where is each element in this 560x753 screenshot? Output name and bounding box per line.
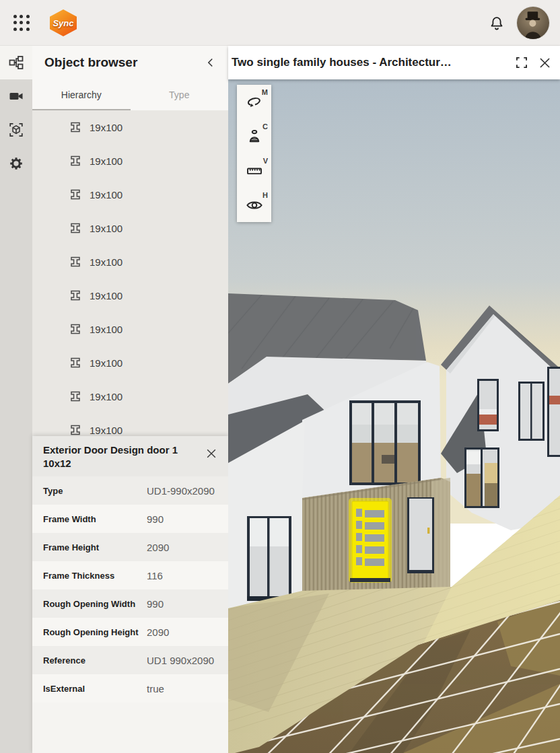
- left-toolbar: [0, 46, 32, 753]
- notifications-bell-icon[interactable]: [489, 15, 505, 31]
- sidebar-item-model-tree[interactable]: [0, 46, 32, 79]
- close-icon: [207, 450, 215, 458]
- object-list-item[interactable]: 19x100: [32, 211, 228, 245]
- object-list-item[interactable]: 19x100: [32, 144, 228, 178]
- property-row: Frame Width 990: [32, 505, 228, 533]
- beam-profile-icon: [69, 356, 82, 369]
- camera-icon: [8, 88, 24, 104]
- object-list-item-label: 19x100: [90, 189, 123, 201]
- property-row: Reference UD1 990x2090: [32, 646, 228, 674]
- beam-profile-icon: [69, 390, 82, 403]
- properties-rows: Type UD1-990x2090 Frame Width 990 Frame …: [32, 476, 228, 703]
- walk-mode-button[interactable]: C: [237, 119, 271, 153]
- 3d-scene-area: M C V: [228, 79, 560, 753]
- property-label: Reference: [43, 655, 147, 666]
- property-value: 2090: [147, 542, 169, 553]
- window-left: [247, 516, 291, 601]
- object-list-item-label: 19x100: [90, 155, 123, 167]
- sync-logo-text: Sync: [53, 18, 73, 28]
- object-list-item[interactable]: 19x100: [32, 346, 228, 380]
- object-list-item-label: 19x100: [90, 256, 123, 268]
- sidebar-item-settings[interactable]: [0, 147, 32, 180]
- object-browser-header: Object browser: [32, 46, 228, 79]
- white-door: [407, 497, 434, 573]
- object-list-item-label: 19x100: [90, 357, 123, 369]
- beam-profile-icon: [69, 255, 82, 268]
- property-label: Frame Height: [43, 542, 147, 552]
- property-row: Frame Height 2090: [32, 533, 228, 561]
- orbit-icon: [246, 94, 263, 111]
- cube-scan-icon: [8, 122, 24, 138]
- property-label: IsExternal: [43, 684, 147, 694]
- chevron-left-icon: [209, 59, 212, 67]
- properties-header: Exterior Door Design door 1 10x12: [32, 436, 228, 476]
- property-value: 116: [147, 570, 163, 581]
- property-row: IsExternal true: [32, 674, 228, 703]
- object-browser-tabs: Hierarchy Type: [32, 79, 228, 110]
- object-list-item-label: 19x100: [90, 122, 123, 133]
- selected-door[interactable]: [350, 500, 390, 582]
- sidebar-item-3d-objects[interactable]: [0, 113, 32, 147]
- object-list-item-label: 19x100: [90, 290, 123, 301]
- object-list-item[interactable]: 19x100: [32, 245, 228, 279]
- properties-panel: Exterior Door Design door 1 10x12 Type U…: [32, 436, 228, 753]
- property-label: Frame Thickness: [43, 571, 147, 581]
- hierarchy-icon: [8, 55, 24, 71]
- property-value: UD1-990x2090: [147, 485, 215, 497]
- orbit-mode-button[interactable]: M: [237, 85, 271, 119]
- property-row: Frame Thickness 116: [32, 561, 228, 589]
- object-list-item[interactable]: 19x100: [32, 312, 228, 346]
- property-row: Type UD1-990x2090: [32, 476, 228, 505]
- top-bar: Sync: [0, 0, 560, 46]
- sidebar-item-views[interactable]: [0, 79, 32, 113]
- property-row: Rough Opening Height 2090: [32, 618, 228, 646]
- property-label: Type: [43, 486, 147, 496]
- sync-logo[interactable]: Sync: [50, 9, 77, 36]
- property-value: 2090: [147, 626, 169, 638]
- window-centre: [349, 400, 421, 485]
- close-properties-button[interactable]: [201, 443, 221, 464]
- property-label: Rough Opening Height: [43, 627, 147, 637]
- beam-profile-icon: [69, 221, 82, 235]
- person-icon: [246, 128, 263, 145]
- tab-type[interactable]: Type: [131, 79, 229, 110]
- app-grid-icon[interactable]: [12, 13, 31, 32]
- eye-icon: [246, 196, 263, 214]
- beam-profile-icon: [69, 154, 82, 168]
- beam-profile-icon: [69, 120, 82, 134]
- object-list-item-label: 19x100: [90, 223, 123, 234]
- close-icon: [540, 58, 549, 67]
- object-list-item[interactable]: 19x100: [32, 380, 228, 413]
- fullscreen-icon: [517, 58, 526, 67]
- property-label: Rough Opening Width: [43, 599, 147, 609]
- measure-button[interactable]: V: [237, 153, 271, 188]
- object-browser-title: Object browser: [32, 55, 200, 70]
- beam-profile-icon: [69, 188, 82, 201]
- collapse-panel-button[interactable]: [200, 51, 223, 74]
- property-row: Rough Opening Width 990: [32, 589, 228, 618]
- property-value: true: [147, 683, 164, 694]
- visibility-button[interactable]: H: [237, 188, 271, 222]
- model-viewport: Two single family houses - Architectur… …: [228, 46, 560, 753]
- tab-hierarchy[interactable]: Hierarchy: [32, 79, 131, 110]
- close-viewport-button[interactable]: [533, 51, 556, 74]
- object-list-item[interactable]: 19x100: [32, 110, 228, 144]
- app-window: Sync: [0, 0, 560, 753]
- object-list-item[interactable]: 19x100: [32, 178, 228, 211]
- property-label: Frame Width: [43, 514, 147, 524]
- property-value: UD1 990x2090: [147, 655, 214, 666]
- fullscreen-button[interactable]: [510, 51, 533, 74]
- beam-profile-icon: [69, 423, 82, 437]
- gear-icon: [8, 155, 24, 172]
- object-list-item[interactable]: 19x100: [32, 279, 228, 312]
- beam-profile-icon: [69, 289, 82, 302]
- 3d-scene[interactable]: [228, 79, 560, 753]
- viewport-title: Two single family houses - Architectur…: [228, 56, 510, 69]
- property-value: 990: [147, 598, 164, 610]
- object-list-item-label: 19x100: [90, 391, 123, 402]
- property-value: 990: [147, 513, 164, 525]
- object-list-item-label: 19x100: [90, 324, 123, 335]
- user-avatar[interactable]: [517, 7, 549, 39]
- object-list-item-label: 19x100: [90, 425, 123, 436]
- ruler-icon: [246, 162, 263, 180]
